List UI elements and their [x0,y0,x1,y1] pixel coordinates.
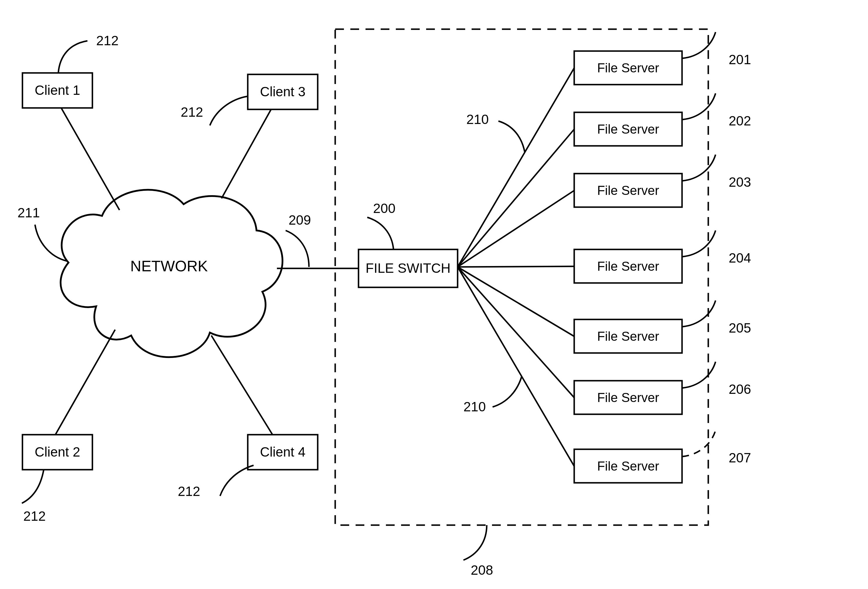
lead-212c [210,96,248,126]
ref-204: 204 [729,250,751,265]
lead-207 [682,430,716,457]
ref-212c: 212 [181,104,203,120]
ref-208: 208 [471,562,493,578]
ref-200: 200 [373,201,396,216]
lead-212a [58,41,87,73]
ref-203: 203 [729,175,751,189]
lead-201 [682,32,716,58]
file-server-6-label: File Server [597,390,659,405]
link-c3-net [221,110,271,198]
lead-208 [464,525,487,560]
lead-204 [682,231,716,257]
ref-210b: 210 [464,399,486,414]
link-sw-s1 [458,68,574,267]
ref-211: 211 [18,205,40,220]
client-3-label: Client 3 [260,84,306,99]
link-c2-net [55,330,115,435]
lead-200 [367,218,394,249]
file-server-5-label: File Server [597,329,659,343]
ref-212d: 212 [178,484,200,499]
lead-210a [498,121,525,152]
file-switch-label: FILE SWITCH [366,260,450,276]
lead-205 [682,300,716,327]
link-sw-s5 [458,267,574,336]
ref-212b: 212 [23,509,46,524]
lead-202 [682,93,716,120]
link-sw-s4 [458,266,574,267]
lead-209 [286,231,309,267]
lead-210b [493,376,522,407]
ref-207: 207 [729,450,751,465]
link-sw-s2 [458,129,574,267]
client-1-label: Client 1 [35,83,80,98]
ref-205: 205 [729,320,751,336]
link-sw-s3 [458,191,574,267]
ref-202: 202 [729,113,751,128]
client-2-label: Client 2 [35,444,80,459]
network-label: NETWORK [130,258,208,275]
ref-201: 201 [729,52,751,67]
file-server-2-label: File Server [597,122,659,136]
file-server-1-label: File Server [597,61,659,75]
file-server-3-label: File Server [597,183,659,197]
file-server-7-label: File Server [597,459,659,473]
ref-212a: 212 [96,33,119,48]
network-diagram: NETWORK Client 1 Client 3 Client 2 Clien… [0,0,868,589]
ref-209: 209 [289,212,311,228]
ref-210a: 210 [466,112,489,127]
lead-203 [682,155,716,181]
client-4-label: Client 4 [260,444,306,459]
ref-206: 206 [729,382,751,397]
link-sw-s7 [458,267,574,466]
link-c4-net [211,336,273,435]
link-sw-s6 [458,267,574,398]
file-server-4-label: File Server [597,259,659,273]
lead-212b [22,470,44,503]
lead-206 [682,362,716,388]
link-c1-net [61,108,120,210]
